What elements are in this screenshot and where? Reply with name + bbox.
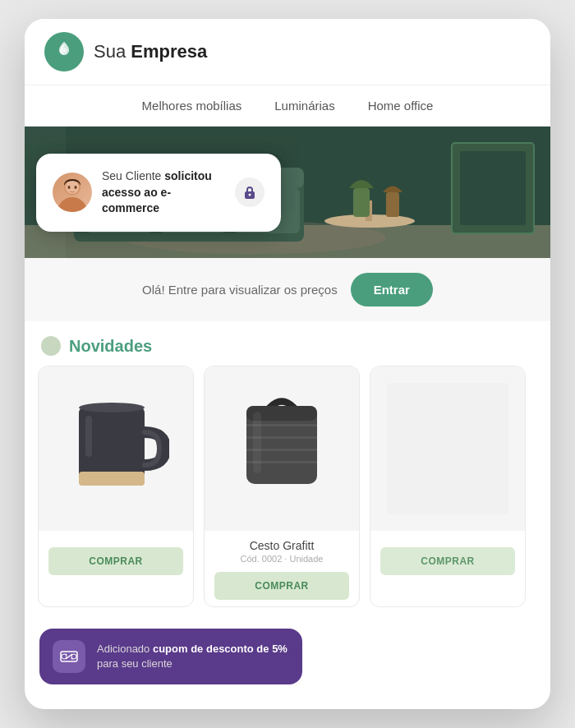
coupon-notification: Adicionado cupom de desconto de 5% para …: [39, 629, 302, 684]
svg-rect-14: [460, 151, 526, 225]
buy-button-mug[interactable]: COMPRAR: [48, 547, 183, 575]
nav-item-melhores-mobilias[interactable]: Melhores mobílias: [142, 99, 242, 113]
products-row: COMPRAR: [25, 366, 550, 607]
svg-point-20: [75, 186, 77, 189]
access-notification: Seu Cliente solicitou acesso ao e-commer…: [39, 157, 278, 228]
product-card-basket: Cesto Grafitt Cód. 0002 · Unidade COMPRA…: [204, 366, 360, 607]
section-dot-icon: [41, 336, 61, 356]
lock-icon: [242, 184, 258, 200]
svg-point-22: [249, 194, 251, 196]
buy-button-basket[interactable]: COMPRAR: [214, 572, 349, 600]
svg-point-19: [68, 186, 71, 189]
app-frame: Sua Empresa Melhores mobílias Luminárias…: [25, 19, 550, 709]
svg-rect-33: [253, 412, 261, 473]
svg-rect-12: [386, 192, 399, 217]
product-image-partial: [370, 366, 525, 531]
nav-item-home-office[interactable]: Home office: [368, 99, 434, 113]
svg-point-38: [71, 654, 76, 659]
svg-rect-24: [79, 472, 145, 486]
svg-point-16: [58, 197, 87, 212]
logo-icon: [53, 39, 76, 65]
header: Sua Empresa: [25, 19, 550, 85]
svg-rect-11: [353, 188, 370, 217]
lock-icon-wrapper: [235, 177, 264, 207]
coupon-icon: [59, 647, 79, 666]
svg-rect-26: [85, 416, 92, 457]
section-header: Novidades: [25, 321, 550, 366]
login-button[interactable]: Entrar: [351, 273, 433, 306]
product-image-basket: [205, 366, 359, 531]
coupon-icon-wrap: [53, 640, 85, 673]
product-info-mug: COMPRAR: [39, 531, 193, 582]
product-name-basket: Cesto Grafitt: [214, 539, 349, 552]
svg-point-0: [62, 48, 67, 53]
product-info-partial: COMPRAR: [370, 531, 525, 582]
login-bar: Olá! Entre para visualizar os preços Ent…: [25, 258, 550, 321]
brand-name: Sua Empresa: [94, 41, 207, 62]
avatar: [53, 173, 92, 212]
notification-text: Seu Cliente solicitou acesso ao e-commer…: [102, 168, 225, 217]
section-title: Novidades: [69, 337, 152, 356]
coupon-notification-text: Adicionado cupom de desconto de 5% para …: [97, 642, 289, 671]
navigation: Melhores mobílias Luminárias Home office: [25, 85, 550, 127]
product-image-mug: [39, 366, 193, 531]
svg-point-25: [79, 403, 145, 412]
nav-item-luminarias[interactable]: Luminárias: [274, 99, 334, 113]
login-prompt: Olá! Entre para visualizar os preços: [142, 283, 338, 297]
svg-point-37: [62, 654, 67, 659]
product-card-partial: COMPRAR: [370, 366, 526, 607]
product-code-basket: Cód. 0002 · Unidade: [214, 554, 349, 564]
product-info-basket: Cesto Grafitt Cód. 0002 · Unidade COMPRA…: [205, 531, 359, 606]
buy-button-partial[interactable]: COMPRAR: [380, 547, 515, 575]
logo: [44, 32, 84, 71]
product-card-mug: COMPRAR: [38, 366, 194, 607]
